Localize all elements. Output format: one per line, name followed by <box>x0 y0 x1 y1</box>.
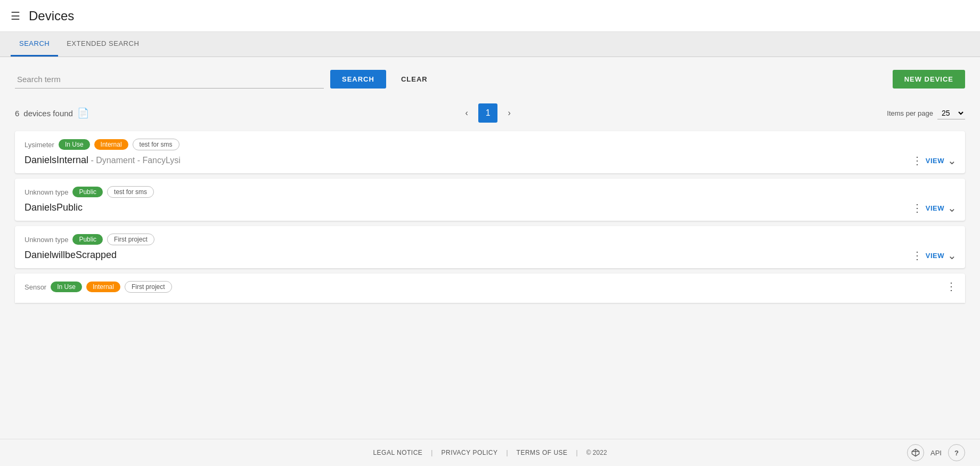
devices-found-label: devices found <box>23 109 73 118</box>
page-1-button[interactable]: 1 <box>478 103 497 123</box>
device-type: Unknown type <box>24 236 68 244</box>
device-card: Lysimeter In Use Internal test for sms D… <box>15 131 965 173</box>
badge-internal: Internal <box>94 139 128 150</box>
device-name: DanielsInternal - Dynament - FancyLysi <box>24 155 956 166</box>
card-actions: ⋮ VIEW ⌄ <box>912 154 957 167</box>
more-options-icon[interactable]: ⋮ <box>912 250 922 261</box>
devices-count: 6 <box>15 109 19 118</box>
badge-internal: Internal <box>86 282 120 292</box>
devices-found: 6 devices found 📄 <box>15 107 89 119</box>
pagination: ‹ 1 › <box>457 103 519 123</box>
card-header: Lysimeter In Use Internal test for sms <box>24 139 956 150</box>
card-actions: ⋮ VIEW ⌄ <box>912 202 957 214</box>
card-header: Unknown type Public First project <box>24 234 956 245</box>
device-list: Lysimeter In Use Internal test for sms D… <box>15 131 965 303</box>
export-icon[interactable]: 📄 <box>77 107 89 119</box>
results-bar: 6 devices found 📄 ‹ 1 › Items per page 2… <box>15 103 965 123</box>
device-card: Unknown type Public First project Daniel… <box>15 226 965 268</box>
badge-public: Public <box>72 234 103 245</box>
card-header: Unknown type Public test for sms <box>24 186 956 198</box>
badge-in-use: In Use <box>59 139 90 150</box>
device-card-partial: Sensor In Use Internal First project ⋮ <box>15 274 965 303</box>
items-per-page-select[interactable]: 25 10 50 100 <box>937 107 965 119</box>
device-type: Sensor <box>24 283 46 291</box>
badge-first-project: First project <box>107 234 154 245</box>
prev-page-button[interactable]: ‹ <box>457 103 476 123</box>
new-device-button[interactable]: NEW DEVICE <box>893 70 965 89</box>
expand-icon[interactable]: ⌄ <box>948 249 957 262</box>
card-actions: ⋮ VIEW ⌄ <box>912 249 957 262</box>
badge-public: Public <box>72 187 103 197</box>
search-bar: SEARCH CLEAR NEW DEVICE <box>15 70 965 89</box>
more-options-icon[interactable]: ⋮ <box>912 203 922 213</box>
search-button[interactable]: SEARCH <box>330 70 386 89</box>
tabs-bar: SEARCH EXTENDED SEARCH <box>0 32 980 57</box>
view-button[interactable]: VIEW <box>926 252 944 260</box>
tab-search[interactable]: SEARCH <box>11 32 58 57</box>
device-type: Unknown type <box>24 188 68 196</box>
items-per-page: Items per page 25 10 50 100 <box>887 107 965 119</box>
hamburger-icon[interactable]: ☰ <box>11 10 20 22</box>
view-button[interactable]: VIEW <box>926 204 944 212</box>
clear-button[interactable]: CLEAR <box>393 70 436 89</box>
badge-in-use: In Use <box>51 282 82 292</box>
next-page-button[interactable]: › <box>500 103 519 123</box>
more-options-icon[interactable]: ⋮ <box>912 155 922 166</box>
device-card: Unknown type Public test for sms Daniels… <box>15 179 965 221</box>
page-title: Devices <box>29 9 74 23</box>
device-name: DanielwillbeScrapped <box>24 250 956 261</box>
more-options-icon[interactable]: ⋮ <box>946 281 957 292</box>
view-button[interactable]: VIEW <box>926 157 944 165</box>
main-content: SEARCH CLEAR NEW DEVICE 6 devices found … <box>0 57 980 316</box>
device-type: Lysimeter <box>24 141 54 149</box>
badge-test-sms: test for sms <box>133 139 179 150</box>
device-name: DanielsPublic <box>24 202 956 213</box>
expand-icon[interactable]: ⌄ <box>948 202 957 214</box>
search-input[interactable] <box>15 70 324 89</box>
badge-first-project: First project <box>125 281 172 293</box>
items-per-page-label: Items per page <box>887 109 933 117</box>
tab-extended-search[interactable]: EXTENDED SEARCH <box>58 32 148 57</box>
card-header: Sensor In Use Internal First project ⋮ <box>24 281 956 293</box>
expand-icon[interactable]: ⌄ <box>948 154 957 167</box>
header: ☰ Devices <box>0 0 980 32</box>
badge-test-sms: test for sms <box>107 186 154 198</box>
